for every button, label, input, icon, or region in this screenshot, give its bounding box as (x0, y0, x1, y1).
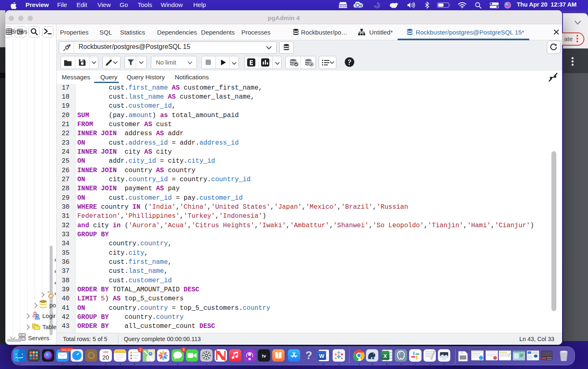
svg-text:tv: tv (262, 353, 266, 358)
svg-text:20: 20 (102, 354, 109, 361)
svg-text:W: W (319, 353, 324, 359)
svg-text:X: X (383, 353, 387, 359)
svg-text:APR: APR (103, 351, 109, 353)
